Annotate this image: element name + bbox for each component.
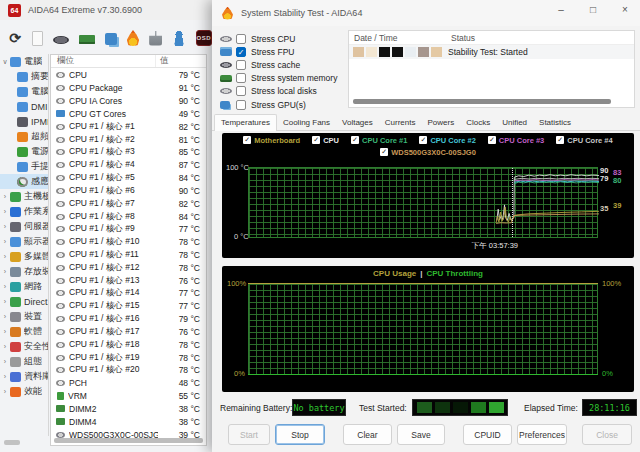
stress-option-cpu[interactable]: Stress CPU [220,32,350,45]
tree-section-directx[interactable]: ›DirectX [0,294,48,309]
sensor-column-value[interactable]: 值 [156,55,169,67]
log-column-datetime[interactable]: Date / Time [349,33,448,43]
chevron-right-icon[interactable]: › [0,373,10,380]
stress-checkbox[interactable] [236,86,246,96]
tree-section-security[interactable]: ›安全性 [0,339,48,354]
legend-checkbox[interactable]: ✓ [419,136,427,144]
sensor-row[interactable]: CPU #1 / 核心 #182 °C [51,120,206,133]
sensor-column-field[interactable]: 欄位 [51,55,156,67]
chevron-right-icon[interactable]: › [0,253,10,260]
tab-cooling-fans[interactable]: Cooling Fans [277,115,336,130]
sensor-row[interactable]: CPU #1 / 核心 #1178 °C [51,249,206,262]
clear-button[interactable]: Clear [343,424,392,445]
report-icon[interactable] [32,31,43,46]
tree-section-display[interactable]: ›顯示器 [0,234,48,249]
chevron-right-icon[interactable]: › [0,298,10,305]
stop-button[interactable]: Stop [275,424,325,445]
tree-section-config[interactable]: ›組態 [0,354,48,369]
stress-checkbox[interactable] [236,60,246,70]
sensor-row[interactable]: DIMM438 °C [51,415,206,428]
legend-checkbox[interactable]: ✓ [351,136,359,144]
tree-section-storage[interactable]: ›存放裝置 [0,264,48,279]
tree-section-multimedia[interactable]: ›多媒體 [0,249,48,264]
stress-option-fpu[interactable]: ✓Stress FPU [220,45,350,58]
chevron-right-icon[interactable]: › [0,313,10,320]
legend-item[interactable]: ✓CPU [312,136,339,145]
tree-item-sensor[interactable]: 感應器 [0,174,48,189]
chevron-right-icon[interactable]: › [0,208,10,215]
tab-powers[interactable]: Powers [421,115,460,130]
chevron-down-icon[interactable]: ∨ [0,58,10,66]
tab-voltages[interactable]: Voltages [336,115,379,130]
legend-checkbox[interactable]: ✓ [556,136,564,144]
legend-item[interactable]: ✓Motherboard [243,136,300,145]
tree-item-computer[interactable]: 電腦 [0,84,48,99]
legend-checkbox[interactable]: ✓ [380,148,388,156]
legend-item[interactable]: ✓CPU Core #4 [556,136,612,145]
save-button[interactable]: Save [397,424,445,445]
tree-section-database[interactable]: ›資料庫 [0,369,48,384]
stress-option-gpu[interactable]: Stress GPU(s) [220,98,350,111]
start-button[interactable]: Start [228,424,270,445]
chevron-right-icon[interactable]: › [0,268,10,275]
sensor-row[interactable]: CPU #1 / 核心 #1278 °C [51,261,206,274]
legend-item[interactable]: ✓WDS500G3X0C-00SJG0 [380,148,476,157]
log-column-status[interactable]: Status [448,33,475,43]
stress-checkbox[interactable] [236,100,246,110]
sensor-row[interactable]: CPU #1 / 核心 #1477 °C [51,287,206,300]
sensor-row[interactable]: CPU #1 / 核心 #1376 °C [51,274,206,287]
tree-item-portable[interactable]: 手提電腦 [0,159,48,174]
sensor-row[interactable]: CPU79 °C [51,69,206,82]
sensor-row[interactable]: CPU #1 / 核心 #584 °C [51,172,206,185]
legend-checkbox[interactable]: ✓ [312,136,320,144]
tree-section-devices[interactable]: ›裝置 [0,309,48,324]
stress-checkbox[interactable]: ✓ [236,47,246,57]
cpuid-icon[interactable] [149,31,162,46]
tree-item-power[interactable]: 電源管理 [0,144,48,159]
sensor-row[interactable]: CPU #1 / 核心 #281 °C [51,133,206,146]
tab-clocks[interactable]: Clocks [460,115,496,130]
tree-item-overclock[interactable]: 超頻 [0,129,48,144]
chevron-right-icon[interactable]: › [0,193,10,200]
sensor-row[interactable]: CPU GT Cores49 °C [51,107,206,120]
legend-checkbox[interactable]: ✓ [488,136,496,144]
tab-temperatures[interactable]: Temperatures [214,114,277,131]
legend-item[interactable]: ✓CPU Core #2 [419,136,475,145]
close-window-button[interactable]: × [618,4,632,15]
tree-section-os[interactable]: ›作業系統 [0,204,48,219]
stress-checkbox[interactable] [236,73,246,83]
sensor-row[interactable]: CPU #1 / 核心 #487 °C [51,159,206,172]
chevron-right-icon[interactable]: › [0,238,10,245]
tab-currents[interactable]: Currents [379,115,422,130]
stress-checkbox[interactable] [236,34,246,44]
sensor-row[interactable]: CPU #1 / 核心 #690 °C [51,184,206,197]
cpuid-button[interactable]: CPUID [463,424,512,445]
legend-checkbox[interactable]: ✓ [243,136,251,144]
sensor-row[interactable]: CPU #1 / 核心 #977 °C [51,223,206,236]
chevron-right-icon[interactable]: › [0,358,10,365]
maximize-button[interactable]: □ [586,4,600,15]
tree-section-motherboard[interactable]: ›主機板 [0,189,48,204]
gpu-benchmark-icon[interactable] [105,33,117,45]
sensor-row[interactable]: CPU #1 / 核心 #1776 °C [51,326,206,339]
sensor-row[interactable]: PCH48 °C [51,377,206,390]
preferences-button[interactable]: Preferences [517,424,567,445]
log-horizontal-scrollbar[interactable] [353,99,611,104]
legend-item[interactable]: ✓CPU Core #3 [488,136,544,145]
tab-unified[interactable]: Unified [496,115,533,130]
sensor-row[interactable]: CPU #1 / 核心 #1679 °C [51,313,206,326]
tree-section-network[interactable]: ›網路 [0,279,48,294]
stress-option-memory[interactable]: Stress system memory [220,72,350,85]
minimize-button[interactable]: – [554,4,568,15]
stress-option-cache[interactable]: Stress cache [220,58,350,71]
sensor-row[interactable]: CPU #1 / 核心 #2078 °C [51,364,206,377]
tree-item-ipmi[interactable]: IPMI [0,114,48,129]
sensor-row[interactable]: CPU #1 / 核心 #1878 °C [51,338,206,351]
stress-option-disk[interactable]: Stress local disks [220,85,350,98]
sensor-row[interactable]: CPU #1 / 核心 #1078 °C [51,236,206,249]
legend-item[interactable]: ✓CPU Core #1 [351,136,407,145]
tree-item-dmi[interactable]: DMI [0,99,48,114]
sensor-row[interactable]: VRM55 °C [51,390,206,403]
memory-benchmark-icon[interactable] [79,35,95,44]
close-button[interactable]: Close [582,424,632,445]
